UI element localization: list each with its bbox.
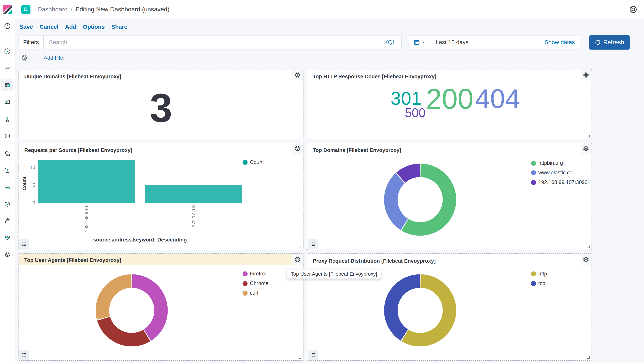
menu-options-button[interactable]: Options [83,24,105,30]
panel-resize-handle[interactable] [586,134,590,138]
panel-options-button[interactable] [292,70,303,80]
legend-item-www-elastic-co[interactable]: www.elastic.co [531,170,590,176]
machine-learning-icon [4,132,11,140]
legend-item-count[interactable]: Count [242,159,264,165]
kibana-dashboard-app: D Dashboard / Editing New Dashboard (uns… [0,0,644,363]
donut-chart [94,273,169,348]
refresh-button[interactable]: Refresh [589,35,630,50]
gear-icon [583,72,589,78]
legend-item-chrome[interactable]: Chrome [242,280,268,286]
legend-toggle-button[interactable] [308,350,318,360]
x-tick-label: 172.17.0.3 [191,205,196,227]
resize-corner-icon [586,245,590,248]
resize-corner-icon [586,134,590,138]
legend-toggle-button[interactable] [308,239,318,249]
legend-label: www.elastic.co [538,170,572,176]
menu-cancel-button[interactable]: Cancel [40,24,58,30]
legend-toggle-button[interactable] [19,239,29,249]
panel-resize-handle[interactable] [298,356,302,359]
left-nav-sidebar [0,19,15,363]
time-picker-calendar-button[interactable] [409,36,430,49]
dev-tools-icon [4,217,11,224]
menu-share-button[interactable]: Share [111,24,127,30]
bar-172.17.0.3[interactable] [145,185,242,203]
search-input[interactable] [44,39,378,46]
panel-options-button[interactable] [581,70,591,80]
metric-value: 3 [19,81,303,135]
filters-button[interactable]: Filters [19,36,44,49]
help-button[interactable] [628,5,638,14]
panel-resize-handle[interactable] [298,134,302,138]
bar-chart-visualization: 0510Count192.168.99.1172.17.0.3source.ad… [19,143,303,250]
sidebar-item-recent[interactable] [1,20,14,32]
discover-icon [4,48,11,55]
donut-chart [382,162,458,237]
panel-resize-handle[interactable] [298,245,302,248]
legend-item-firefox[interactable]: Firefox [242,271,268,277]
legend-item-192-168-99-107-30901[interactable]: 192.168.99.107:30901 [531,180,590,185]
calendar-icon [414,39,420,46]
refresh-label: Refresh [603,39,624,46]
legend-item-http[interactable]: http [531,271,547,277]
panel-top-domains: Top Domains [Filebeat Envoyproxy] httpbi… [307,143,592,250]
panel-options-button[interactable] [292,254,303,265]
sidebar-item-metrics[interactable] [1,148,14,160]
panel-options-button[interactable] [581,254,591,265]
kql-switch[interactable]: KQL [378,39,402,46]
legend-dot [242,160,248,165]
gear-icon [294,256,301,263]
resize-corner-icon [298,245,302,248]
legend-item-httpbin-org[interactable]: httpbin.org [531,160,590,166]
legend-dot [242,272,248,276]
tag-word-200[interactable]: 200 [426,85,474,113]
panel-resize-handle[interactable] [586,356,590,359]
y-tick-label: 0 [24,200,35,206]
sidebar-item-machine-learning[interactable] [1,130,14,142]
space-avatar[interactable]: D [21,5,30,14]
legend-label: tcp [538,280,545,286]
menu-add-button[interactable]: Add [65,24,76,30]
sidebar-item-visualize[interactable] [1,62,14,75]
add-filter-button[interactable]: + Add filter [39,55,65,61]
panel-response-codes: Top HTTP Response Codes [Filebeat Envoyp… [307,69,592,139]
sidebar-item-uptime[interactable] [1,198,14,210]
legend-item-curl[interactable]: curl [242,290,268,296]
sidebar-item-maps[interactable] [1,113,14,126]
y-tick-label: 10 [24,165,35,170]
bar-192.168.99.1[interactable] [38,160,135,203]
sidebar-item-dashboard[interactable] [1,79,14,91]
sidebar-item-stack-monitoring[interactable] [1,232,14,244]
dashboard-icon [4,82,11,89]
time-picker: Last 15 days Show dates [409,35,580,49]
sidebar-item-logs[interactable] [1,164,14,176]
filter-options-gear-button[interactable] [21,54,28,61]
sidebar-item-canvas[interactable] [1,96,14,108]
tag-word-301[interactable]: 301 [391,89,422,108]
tag-word-500[interactable]: 500 [405,107,426,119]
legend-toggle-button[interactable] [19,350,29,360]
legend-dot [242,291,248,296]
query-bar-row: Filters KQL Last 15 days Show dates [18,35,630,49]
breadcrumb-dashboard[interactable]: Dashboard [38,6,68,13]
kibana-logo-zone[interactable] [0,0,15,19]
sidebar-item-discover[interactable] [1,45,14,58]
show-dates-button[interactable]: Show dates [544,39,580,46]
breadcrumb-separator: / [71,6,72,13]
sidebar-item-apm[interactable] [1,181,14,194]
panel-resize-handle[interactable] [586,245,590,248]
legend-item-tcp[interactable]: tcp [531,280,547,286]
sidebar-item-dev-tools[interactable] [1,215,14,227]
menu-save-button[interactable]: Save [20,24,33,30]
query-bar: Filters KQL [18,35,402,49]
legend-label: 192.168.99.107:30901 [538,180,590,185]
legend-label: Firefox [250,271,266,277]
panel-options-button[interactable] [581,144,591,154]
tag-word-404[interactable]: 404 [475,85,520,112]
donut-chart-visualization: FirefoxChromecurl [19,254,303,360]
sidebar-item-management[interactable] [1,248,14,261]
chart-legend: httptcp [531,271,547,286]
panel-options-button[interactable] [292,144,303,154]
y-axis-title: Count [22,176,27,190]
time-range-value[interactable]: Last 15 days [430,39,468,46]
gear-icon [294,146,301,152]
